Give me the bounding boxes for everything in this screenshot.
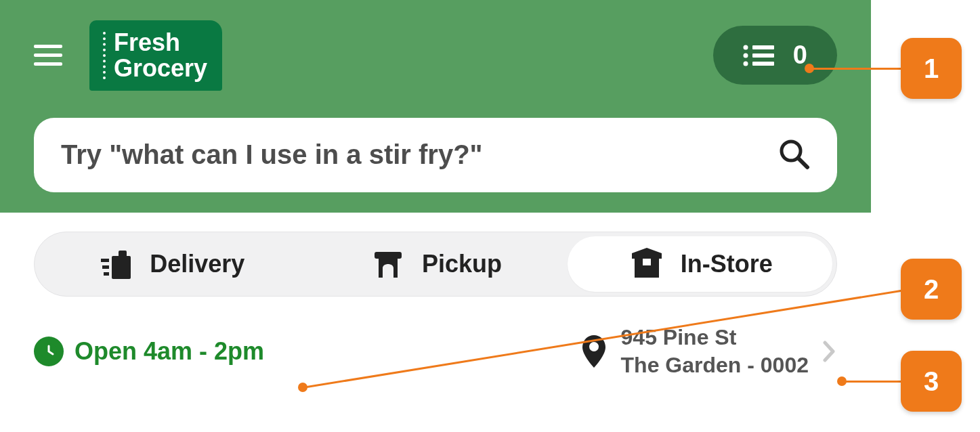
app-header: Fresh Grocery 0	[0, 0, 871, 213]
svg-rect-10	[101, 259, 109, 262]
store-icon	[628, 245, 666, 283]
header-top-row: Fresh Grocery 0	[34, 20, 837, 91]
logo-line1: Fresh	[114, 30, 207, 56]
search-bar[interactable]	[34, 118, 837, 192]
hamburger-line	[34, 45, 62, 48]
store-hours: Open 4am - 2pm	[34, 337, 264, 366]
callout-2-label: 2	[924, 274, 939, 305]
svg-rect-13	[375, 252, 402, 259]
svg-rect-11	[102, 265, 109, 269]
svg-rect-16	[643, 265, 651, 278]
store-address-line2: The Garden - 0002	[621, 351, 809, 380]
menu-button[interactable]	[34, 45, 62, 66]
store-location[interactable]: 945 Pine St The Garden - 0002	[580, 324, 837, 380]
list-icon	[743, 43, 774, 68]
svg-rect-12	[104, 272, 109, 276]
mode-pickup[interactable]: Pickup	[303, 236, 568, 292]
callout-1-line	[809, 68, 904, 70]
svg-rect-8	[112, 256, 131, 279]
svg-point-18	[589, 342, 599, 351]
svg-point-2	[743, 53, 748, 58]
logo-accent-dots	[102, 32, 106, 79]
chevron-right-icon	[822, 340, 837, 363]
pickup-icon	[369, 245, 407, 283]
mode-pickup-label: Pickup	[422, 250, 502, 278]
hamburger-line	[34, 53, 62, 57]
logo-text: Fresh Grocery	[114, 30, 207, 81]
callout-3-label: 3	[924, 366, 939, 397]
store-address-line1: 945 Pine St	[621, 324, 809, 352]
svg-line-7	[798, 158, 807, 167]
mode-instore-label: In-Store	[681, 250, 773, 278]
svg-rect-9	[119, 251, 127, 257]
hamburger-line	[34, 62, 62, 66]
fulfillment-bar: Delivery Pickup In-Store	[34, 232, 837, 297]
svg-rect-1	[752, 45, 774, 49]
svg-rect-15	[651, 259, 659, 278]
fulfillment-bar-wrap: Delivery Pickup In-Store	[0, 213, 871, 297]
store-hours-label: Open 4am - 2pm	[74, 337, 264, 366]
callout-3-line	[842, 381, 906, 383]
callout-2: 2	[901, 259, 962, 320]
list-button[interactable]: 0	[713, 26, 837, 85]
delivery-icon	[97, 245, 135, 283]
svg-rect-5	[752, 62, 774, 66]
mode-delivery[interactable]: Delivery	[39, 236, 303, 292]
header-left-group: Fresh Grocery	[34, 20, 222, 91]
logo-line2: Grocery	[114, 56, 207, 81]
svg-point-4	[743, 61, 748, 66]
callout-3: 3	[901, 351, 962, 412]
mode-instore[interactable]: In-Store	[568, 236, 832, 292]
search-input[interactable]	[61, 139, 777, 170]
clock-icon	[34, 337, 64, 366]
callout-1-label: 1	[924, 53, 939, 84]
svg-rect-14	[635, 259, 643, 278]
store-info-row: Open 4am - 2pm 945 Pine St The Garden - …	[0, 297, 871, 380]
svg-rect-3	[752, 53, 774, 58]
search-icon	[777, 137, 810, 170]
svg-point-0	[743, 45, 748, 49]
search-button[interactable]	[777, 137, 810, 173]
mode-delivery-label: Delivery	[150, 250, 244, 278]
callout-1: 1	[901, 38, 962, 99]
brand-logo[interactable]: Fresh Grocery	[89, 20, 222, 91]
